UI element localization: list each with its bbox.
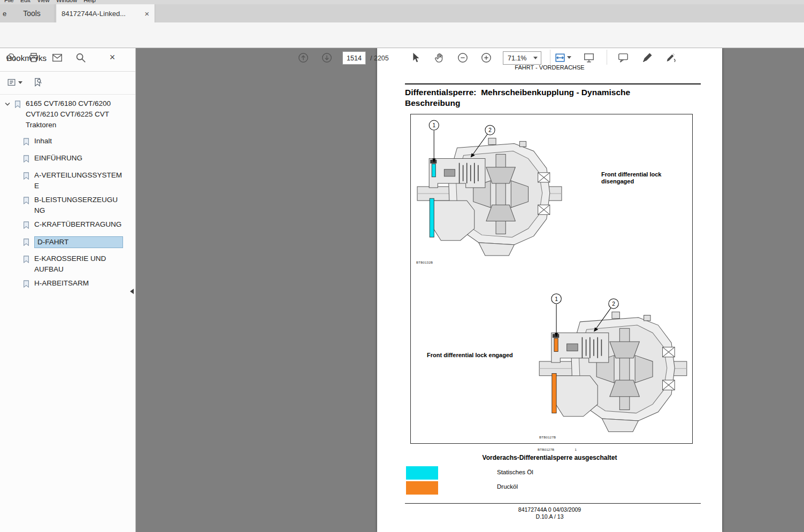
bookmark-label: E-KAROSSERIE UND AUFBAU <box>34 253 125 275</box>
menu-bar-labels: File Edit View Window Help <box>4 0 96 3</box>
footer-rule <box>405 503 701 504</box>
caption-reference: BTB0127B1 <box>538 448 577 451</box>
next-page-icon[interactable] <box>320 51 334 65</box>
cloud-upload-icon[interactable] <box>4 51 18 65</box>
highlight-pencil-icon[interactable] <box>640 51 654 65</box>
page-total-label: / 2205 <box>370 55 389 62</box>
bookmark-item-verteilungssysteme[interactable]: A-VERTEILUNGSSYSTEM E <box>22 170 125 191</box>
bookmark-icon <box>22 238 30 246</box>
bookmark-icon <box>22 280 30 288</box>
bookmark-label-selected: D-FAHRT <box>34 236 123 248</box>
footer-document-id: 84172744A 0 04/03/2009 <box>377 506 722 513</box>
figure-caption: Vorderachs-Differentialsperre ausgeschal… <box>377 454 722 461</box>
bookmark-options-icon[interactable] <box>6 76 22 89</box>
close-panel-icon[interactable]: × <box>107 52 118 63</box>
callout-1: 1 <box>552 294 562 337</box>
bookmark-item-arbeitsarm[interactable]: H-ARBEITSARM <box>22 278 125 289</box>
pdf-page: FAHRT - VORDERACHSE Differentialsperre: … <box>377 48 722 532</box>
header-rule <box>405 83 701 84</box>
label-disengaged: Front differential lock disengaged <box>601 171 661 185</box>
bookmark-label: Inhalt <box>34 136 125 147</box>
acrobat-window: File Edit View Window Help e Tools 84172… <box>0 0 804 532</box>
zoom-out-icon[interactable] <box>456 51 470 65</box>
zoom-level-dropdown[interactable]: 71.1% <box>503 51 541 65</box>
tab-home-partial[interactable]: e <box>0 4 10 22</box>
legend-swatch-pressure-oil <box>406 481 438 495</box>
chevron-down-icon <box>18 81 22 84</box>
label-engaged: Front differential lock engaged <box>427 352 513 358</box>
email-icon[interactable] <box>50 51 64 65</box>
footer-page-number: D.10.A / 13 <box>377 513 722 520</box>
zoom-in-icon[interactable] <box>479 51 493 65</box>
bookmark-label: H-ARBEITSARM <box>34 278 125 289</box>
section-title: Differentialsperre: Mehrscheibenkupplung… <box>405 87 630 109</box>
bookmarks-panel: Bookmarks × 6165 CVT/6180 CVT/6200 CVT/6… <box>0 48 136 532</box>
bookmark-icon <box>14 100 22 109</box>
figure-code-top: BTB0132B <box>416 261 433 264</box>
comment-icon[interactable] <box>616 51 630 65</box>
previous-page-icon[interactable] <box>296 51 310 65</box>
bookmark-item-einfuehrung[interactable]: EINFÜHRUNG <box>22 153 125 164</box>
figure-code-bottom: BTB0127B <box>539 436 556 439</box>
page-number-input[interactable] <box>342 51 366 65</box>
figure-frame: 1 2 Front differential lock disengaged B… <box>410 114 693 444</box>
print-icon[interactable] <box>27 51 41 65</box>
svg-text:2: 2 <box>488 127 492 133</box>
chevron-down-icon[interactable] <box>567 56 571 59</box>
tab-bar: e Tools 84172744A-Linked... × <box>0 4 804 22</box>
toolbar-separator <box>607 50 607 65</box>
document-tab-title: 84172744A-Linked... <box>62 10 126 18</box>
bookmark-icon <box>22 155 30 163</box>
legend-label-pressure-oil: Drucköl <box>497 483 518 490</box>
running-header: FAHRT - VORDERACHSE <box>377 64 722 71</box>
fullscreen-mode-icon[interactable] <box>582 51 596 65</box>
panel-divider <box>0 71 135 72</box>
bookmark-icon <box>22 255 30 264</box>
bookmark-icon <box>22 196 30 205</box>
bookmark-item-fahrt[interactable]: D-FAHRT <box>22 236 123 248</box>
chevron-down-icon[interactable] <box>4 101 11 107</box>
collapse-sidebar-icon[interactable] <box>130 289 134 294</box>
panel-divider <box>0 94 135 95</box>
bookmark-label: A-VERTEILUNGSSYSTEM E <box>34 170 125 191</box>
fill-sign-pen-icon[interactable] <box>664 51 678 65</box>
hand-tool-icon[interactable] <box>432 51 446 65</box>
svg-text:1: 1 <box>432 122 435 128</box>
toolbar: / 2205 71.1% <box>0 22 804 48</box>
menu-bar: File Edit View Window Help <box>0 0 804 4</box>
tab-tools[interactable]: Tools <box>10 4 55 22</box>
page-fit-icon[interactable] <box>553 51 567 65</box>
select-tool-icon[interactable] <box>409 51 423 65</box>
legend-label-static-oil: Statisches Öl <box>497 469 533 475</box>
bookmark-label: 6165 CVT/6180 CVT/6200 CVT/6210 CVT/6225… <box>26 98 123 130</box>
differential-diagram-disengaged: 1 2 <box>414 118 565 258</box>
bookmark-item-karosserie[interactable]: E-KAROSSERIE UND AUFBAU <box>22 253 125 275</box>
legend-swatch-static-oil <box>406 466 438 480</box>
bookmark-icon <box>22 221 30 229</box>
chevron-down-icon <box>533 57 538 59</box>
bookmark-item-leistungserzeugung[interactable]: B-LEISTUNGSERZEUGU NG <box>22 195 125 216</box>
search-icon[interactable] <box>74 51 88 65</box>
bookmark-icon <box>22 172 30 180</box>
bookmark-item-root[interactable]: 6165 CVT/6180 CVT/6200 CVT/6210 CVT/6225… <box>14 98 123 130</box>
bookmark-item-kraftuebertragung[interactable]: C-KRAFTÜBERTRAGUNG <box>22 219 125 230</box>
close-tab-icon[interactable]: × <box>140 9 149 18</box>
bookmark-icon <box>22 137 30 146</box>
svg-text:2: 2 <box>612 301 615 307</box>
bookmark-label: EINFÜHRUNG <box>34 153 125 164</box>
differential-diagram-engaged: 1 2 <box>536 291 690 434</box>
svg-text:1: 1 <box>555 296 558 302</box>
find-current-bookmark-icon[interactable] <box>32 76 48 89</box>
bookmark-item-inhalt[interactable]: Inhalt <box>22 136 125 147</box>
toolbar-separator <box>550 50 550 65</box>
bookmark-label: B-LEISTUNGSERZEUGU NG <box>34 195 125 216</box>
callout-1: 1 <box>429 120 439 163</box>
tab-document[interactable]: 84172744A-Linked... × <box>56 4 155 22</box>
zoom-level-value: 71.1% <box>508 55 526 62</box>
bookmark-label: C-KRAFTÜBERTRAGUNG <box>34 219 125 230</box>
